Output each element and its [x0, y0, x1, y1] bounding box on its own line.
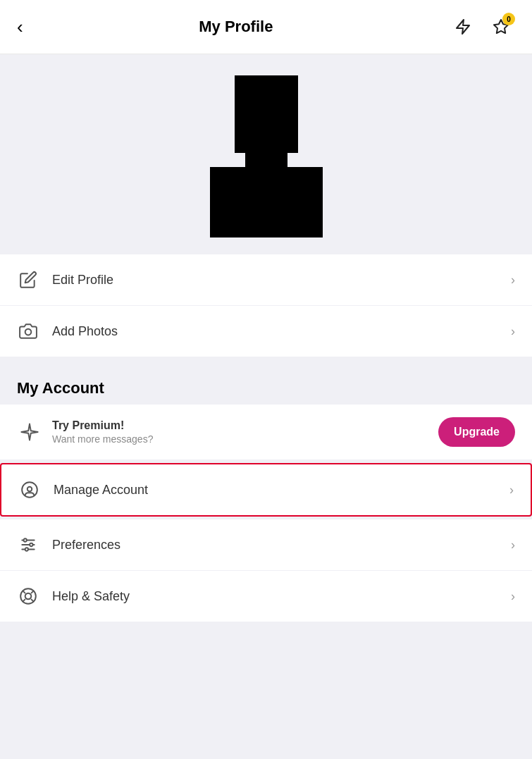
avatar — [196, 75, 337, 237]
svg-line-17 — [32, 591, 34, 593]
svg-point-14 — [25, 593, 32, 600]
menu-top: Edit Profile › Add Photos › — [0, 254, 532, 357]
avatar-silhouette — [196, 75, 337, 237]
back-button[interactable]: ‹ — [17, 18, 23, 36]
svg-line-18 — [23, 600, 25, 602]
help-safety-label: Help & Safety — [52, 589, 511, 604]
add-photos-chevron: › — [511, 324, 515, 339]
edit-profile-chevron: › — [511, 273, 515, 288]
bolt-icon — [454, 18, 471, 35]
camera-icon — [17, 320, 39, 343]
header-actions: 0 — [449, 13, 515, 41]
sparkle-icon — [17, 419, 42, 445]
person-circle-icon — [18, 479, 41, 501]
profile-image-section — [0, 54, 532, 254]
svg-point-10 — [24, 538, 27, 541]
sliders-icon — [17, 533, 39, 556]
pencil-icon — [17, 269, 39, 291]
svg-line-15 — [23, 591, 25, 593]
svg-point-6 — [22, 482, 37, 498]
manage-account-label: Manage Account — [54, 483, 509, 498]
preferences-label: Preferences — [52, 538, 511, 553]
premium-banner: Try Premium! Want more messages? Upgrade — [0, 405, 532, 460]
svg-rect-4 — [235, 75, 298, 153]
premium-subtitle: Want more messages? — [52, 433, 438, 445]
svg-line-16 — [32, 600, 34, 602]
menu-item-help-safety[interactable]: Help & Safety › — [0, 571, 532, 622]
menu-item-manage-account[interactable]: Manage Account › — [0, 463, 532, 517]
svg-point-5 — [25, 329, 32, 335]
star-badge: 0 — [502, 13, 515, 25]
preferences-chevron: › — [511, 538, 515, 553]
my-account-header: My Account — [0, 365, 532, 405]
help-safety-chevron: › — [511, 589, 515, 604]
menu-item-preferences[interactable]: Preferences › — [0, 519, 532, 571]
add-photos-label: Add Photos — [52, 324, 511, 339]
bolt-button[interactable] — [449, 13, 477, 41]
star-button[interactable]: 0 — [487, 13, 515, 41]
svg-marker-0 — [457, 20, 469, 34]
menu-item-edit-profile[interactable]: Edit Profile › — [0, 254, 532, 306]
life-ring-icon — [17, 585, 39, 607]
svg-point-11 — [30, 543, 32, 546]
premium-title: Try Premium! — [52, 419, 438, 432]
edit-profile-label: Edit Profile — [52, 273, 511, 288]
svg-rect-2 — [210, 167, 323, 237]
my-account-title: My Account — [17, 379, 104, 397]
upgrade-button[interactable]: Upgrade — [438, 417, 515, 447]
highlighted-item-wrapper: Manage Account › — [0, 463, 532, 517]
premium-text-group: Try Premium! Want more messages? — [52, 419, 438, 445]
header: ‹ My Profile 0 — [0, 0, 532, 54]
header-left: ‹ — [17, 18, 23, 36]
menu-item-add-photos[interactable]: Add Photos › — [0, 306, 532, 357]
page-title: My Profile — [199, 18, 273, 36]
menu-lower: Preferences › Help & Safety › — [0, 519, 532, 622]
svg-point-12 — [25, 548, 28, 550]
manage-account-chevron: › — [509, 483, 514, 498]
